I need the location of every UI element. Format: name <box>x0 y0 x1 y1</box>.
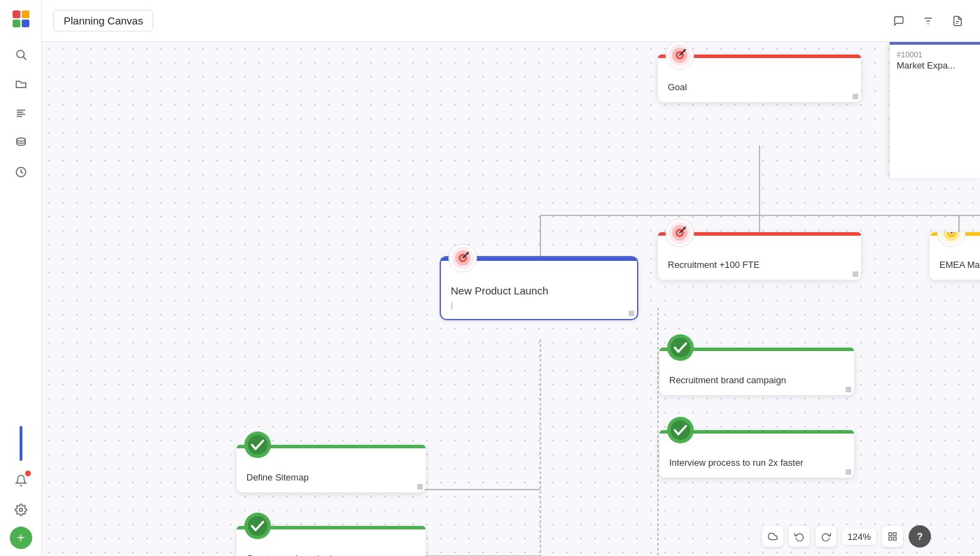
undo-icon <box>794 532 804 541</box>
recruit-card-label: Recruitment +100 FTE <box>668 259 851 270</box>
filter-icon <box>923 15 934 27</box>
sitemap-card-icon <box>244 431 272 462</box>
sitemap-card-resize[interactable] <box>417 484 423 490</box>
database-icon <box>15 136 27 149</box>
document-icon <box>952 15 963 27</box>
notification-badge <box>25 471 31 476</box>
goal-card-label: Goal <box>668 82 851 92</box>
new-product-launch-card[interactable]: New Product Launch | <box>441 257 637 319</box>
svg-rect-68 <box>889 537 892 540</box>
interview-card-resize[interactable] <box>846 469 851 475</box>
emea-card[interactable]: EMEA Market E... <box>930 232 980 280</box>
svg-point-57 <box>248 516 267 536</box>
svg-rect-67 <box>893 537 896 540</box>
market-panel-title: Market Expa... <box>890 60 980 71</box>
svg-rect-2 <box>13 20 20 27</box>
svg-point-55 <box>248 435 267 455</box>
sidebar-item-search[interactable] <box>8 42 34 67</box>
list-icon <box>15 107 27 120</box>
comment-button[interactable] <box>888 10 910 32</box>
topbar: Planning Canvas <box>42 0 980 42</box>
sidebar-item-history[interactable] <box>8 159 34 185</box>
interview-card-label: Interview process to run 2x faster <box>669 457 844 468</box>
nav-block <box>20 426 22 461</box>
recruitment-card[interactable]: Recruitment +100 FTE <box>658 232 861 280</box>
sidebar: + <box>0 0 42 556</box>
planning-canvas[interactable]: Goal <box>42 42 980 556</box>
market-expansion-panel: #10001 Market Expa... <box>889 42 980 178</box>
emea-card-icon <box>937 232 966 250</box>
main-area: Planning Canvas <box>42 0 980 556</box>
recruit-card-icon <box>665 218 694 250</box>
svg-point-12 <box>19 508 22 512</box>
define-sitemap-card[interactable]: Define Sitemap <box>237 445 426 492</box>
svg-rect-0 <box>13 10 20 18</box>
sitemap-card-label: Define Sitemap <box>246 472 416 483</box>
svg-point-4 <box>17 50 24 58</box>
product-card-icon <box>448 243 477 276</box>
create-launch-plan-card[interactable]: Create new launch plan <box>237 526 426 556</box>
sidebar-item-database[interactable] <box>8 130 34 155</box>
cloud-icon <box>768 532 778 541</box>
goal-card[interactable]: Goal <box>658 55 861 102</box>
brand-card-label: Recruitment brand campaign <box>669 375 844 385</box>
document-button[interactable] <box>946 10 969 32</box>
market-panel-id: #10001 <box>890 45 980 60</box>
grid-button[interactable] <box>882 526 903 547</box>
brand-card-icon <box>666 334 694 364</box>
bell-icon <box>15 474 27 487</box>
svg-line-5 <box>23 57 26 59</box>
svg-rect-3 <box>22 20 29 27</box>
zoom-level: 124% <box>842 529 876 545</box>
redo-button[interactable] <box>816 526 836 547</box>
cloud-button[interactable] <box>762 526 783 547</box>
sidebar-item-list[interactable] <box>8 101 34 126</box>
launch-plan-card-icon <box>244 512 272 543</box>
svg-rect-66 <box>893 533 896 536</box>
canvas-title[interactable]: Planning Canvas <box>53 10 153 31</box>
product-card-resize[interactable] <box>629 311 634 316</box>
svg-point-53 <box>671 420 690 440</box>
brand-campaign-card[interactable]: Recruitment brand campaign <box>659 348 854 395</box>
comment-icon <box>893 15 904 27</box>
cursor-indicator: | <box>451 301 627 309</box>
launch-plan-card-label: Create new launch plan <box>246 553 416 556</box>
product-card-label: New Product Launch <box>451 285 627 297</box>
gear-icon <box>15 504 27 516</box>
settings-button[interactable] <box>8 497 34 522</box>
filter-button[interactable] <box>917 10 939 32</box>
brand-card-resize[interactable] <box>846 387 851 392</box>
bottom-toolbar: 124% ? <box>762 525 931 548</box>
sidebar-item-folder[interactable] <box>8 71 34 97</box>
undo-button[interactable] <box>789 526 810 547</box>
redo-icon <box>821 532 831 541</box>
topbar-actions <box>888 10 969 32</box>
notification-button[interactable] <box>8 468 34 493</box>
search-icon <box>15 48 27 61</box>
app-logo[interactable] <box>9 7 33 31</box>
folder-icon <box>15 78 27 90</box>
recruit-card-resize[interactable] <box>853 271 858 277</box>
emea-card-label: EMEA Market E... <box>939 259 980 270</box>
goal-card-resize[interactable] <box>853 94 858 99</box>
svg-point-51 <box>671 338 690 357</box>
add-button[interactable]: + <box>10 527 32 549</box>
grid-icon <box>888 532 897 541</box>
goal-card-icon <box>665 42 694 73</box>
interview-card-icon <box>666 416 694 447</box>
history-icon <box>15 166 27 178</box>
svg-rect-65 <box>889 533 892 536</box>
logo-icon <box>11 9 31 29</box>
svg-rect-1 <box>22 10 29 18</box>
svg-point-10 <box>17 138 25 141</box>
help-button[interactable]: ? <box>909 525 931 548</box>
interview-card[interactable]: Interview process to run 2x faster <box>659 430 854 478</box>
